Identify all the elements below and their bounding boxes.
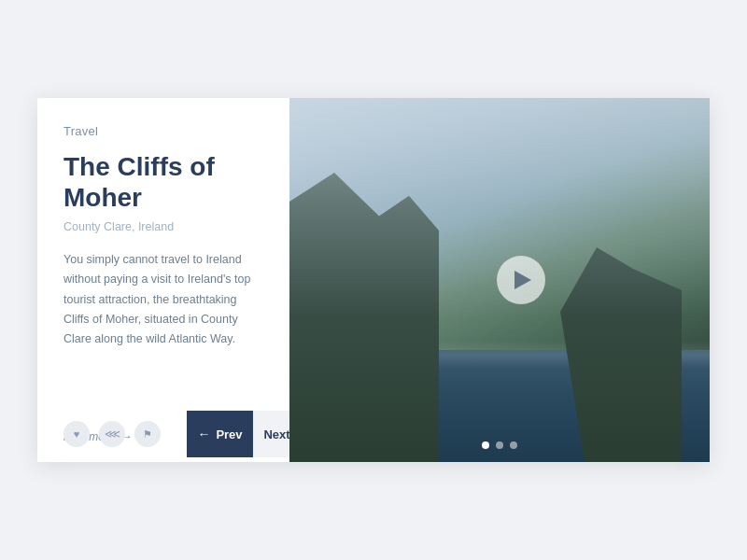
bookmark-icon: ⚑ (143, 428, 152, 441)
right-panel (289, 98, 710, 462)
category-label: Travel (63, 124, 263, 138)
play-icon (514, 271, 531, 289)
prev-label: Prev (216, 427, 242, 441)
dot-1[interactable] (482, 441, 489, 449)
social-icons: ♥ ⋘ ⚑ (37, 406, 187, 462)
article-title: The Cliffs of Moher (63, 151, 263, 213)
prev-arrow-icon: ← (197, 427, 210, 441)
slide-dots (482, 441, 517, 449)
twitter-button[interactable]: ♥ (63, 421, 90, 447)
play-button[interactable] (497, 256, 545, 304)
next-label: Next (263, 427, 289, 441)
bottom-bar: ♥ ⋘ ⚑ ← Prev Next → (37, 406, 289, 462)
prev-button[interactable]: ← Prev (187, 411, 253, 457)
article-subtitle: County Clare, Ireland (63, 220, 263, 233)
share-icon: ⋘ (105, 427, 120, 441)
dot-3[interactable] (510, 441, 517, 449)
dot-2[interactable] (496, 441, 503, 449)
article-card: Travel The Cliffs of Moher County Clare,… (37, 98, 710, 462)
article-body: You simply cannot travel to Ireland with… (63, 250, 263, 420)
bookmark-button[interactable]: ⚑ (134, 421, 161, 447)
left-panel: Travel The Cliffs of Moher County Clare,… (37, 98, 289, 462)
share-button[interactable]: ⋘ (99, 421, 125, 447)
twitter-icon: ♥ (74, 428, 80, 440)
